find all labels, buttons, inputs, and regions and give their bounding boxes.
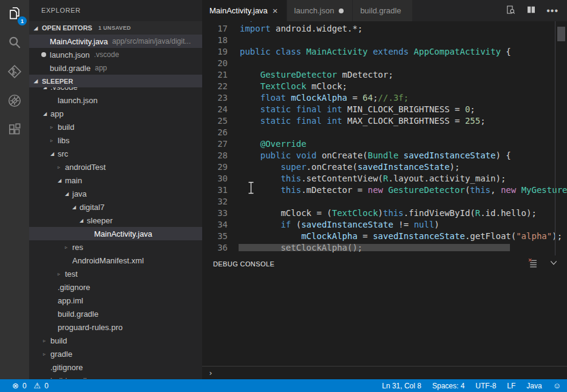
tree-item-digital7[interactable]: ◢digital7: [29, 200, 202, 214]
activity-source-control-button[interactable]: [0, 58, 29, 87]
project-section-header[interactable]: ◢ SLEEPER: [29, 75, 202, 87]
tab-launch.json[interactable]: launch.json: [287, 0, 353, 21]
split-editor-icon[interactable]: [526, 4, 537, 18]
chevron-collapsed-icon: ▹: [58, 164, 65, 170]
code-line[interactable]: 21 GestureDetector mDetector;: [202, 69, 567, 81]
code-line[interactable]: 25 static final int MAX_CLOCK_BRIGHTNESS…: [202, 115, 567, 127]
tree-item-libs[interactable]: ▹libs: [29, 133, 202, 147]
code-line[interactable]: 35 mClockAlpha = savedInstanceState.getF…: [202, 231, 567, 242]
status-language-mode[interactable]: Java: [526, 382, 542, 390]
status-cursor-position[interactable]: Ln 31, Col 8: [382, 382, 421, 390]
code-line[interactable]: 20: [202, 58, 567, 69]
tree-item-gradle[interactable]: ▹gradle: [29, 347, 202, 360]
tree-item-label: build.gradle: [58, 309, 98, 319]
tree-item-androidTest[interactable]: ▹androidTest: [29, 160, 202, 174]
line-content: static final int MAX_CLOCK_BRIGHTNESS = …: [240, 115, 486, 127]
open-editor-item[interactable]: launch.json.vscode: [29, 48, 202, 61]
activity-search-button[interactable]: [0, 29, 29, 58]
tree-item-label: digital7: [80, 203, 104, 212]
code-line[interactable]: 30 this.setContentView(R.layout.activity…: [202, 173, 567, 184]
problems-status[interactable]: ⊗ 0 ⚠ 0: [12, 381, 49, 390]
open-editors-header[interactable]: ◢ OPEN EDITORS 1 UNSAVED: [29, 21, 202, 35]
code-line[interactable]: 22 TextClock mClock;: [202, 81, 567, 92]
tab-label: MainActivity.java: [209, 6, 268, 15]
file-description: .vscode: [94, 50, 119, 59]
code-line[interactable]: 32: [202, 196, 567, 208]
tree-item-java[interactable]: ◢java: [29, 187, 202, 200]
code-line[interactable]: 31 this.mDetector = new GestureDetector(…: [202, 184, 567, 196]
scrollbar-thumb[interactable]: [557, 27, 565, 41]
tree-item-test[interactable]: ▹test: [29, 267, 202, 280]
tree-item-MainActivity.java[interactable]: MainActivity.java: [29, 227, 202, 240]
close-icon[interactable]: ×: [271, 5, 279, 16]
status-indentation[interactable]: Spaces: 4: [432, 382, 464, 390]
debug-console-input[interactable]: ›: [202, 366, 567, 379]
line-content: TextClock mClock;: [240, 81, 347, 92]
vertical-scrollbar[interactable]: [555, 21, 567, 255]
tree-item-.gitignore[interactable]: .gitignore: [29, 360, 202, 374]
tree-item-build.gradle[interactable]: build.gradle: [29, 374, 202, 379]
activity-explorer-button[interactable]: 1: [0, 0, 29, 29]
tree-item-launch.json[interactable]: launch.json: [29, 93, 202, 107]
tree-item-AndroidManifest.xml[interactable]: AndroidManifest.xml: [29, 254, 202, 267]
chevron-expanded-icon: ◢: [72, 204, 80, 210]
find-in-file-icon[interactable]: [505, 4, 516, 18]
tree-item-main[interactable]: ◢main: [29, 174, 202, 187]
line-content: public void onCreate(Bundle savedInstanc…: [240, 150, 511, 161]
code-line[interactable]: 24 static final int MIN_CLOCK_BRIGHTNESS…: [202, 104, 567, 115]
code-line[interactable]: 17import android.widget.*;: [202, 23, 567, 35]
open-editor-item[interactable]: MainActivity.javaapp/src/main/java/digit…: [29, 35, 202, 48]
tree-item-build.gradle[interactable]: build.gradle: [29, 307, 202, 320]
panel-title-debug-console[interactable]: DEBUG CONSOLE: [213, 260, 274, 268]
sidebar-title: EXPLORER: [29, 0, 202, 21]
tree-item-label: java: [72, 189, 87, 198]
file-description: app/src/main/java/digit...: [112, 37, 191, 46]
code-line[interactable]: 27 @Override: [202, 138, 567, 150]
chevron-down-icon[interactable]: [549, 258, 559, 270]
tree-item-src[interactable]: ◢src: [29, 147, 202, 160]
tree-item-build[interactable]: ▹build: [29, 334, 202, 347]
tree-item-res[interactable]: ▹res: [29, 240, 202, 254]
chevron-expanded-icon: ◢: [43, 87, 50, 90]
tree-item-build[interactable]: ▹build: [29, 120, 202, 133]
bug-disabled-icon: [7, 93, 22, 111]
status-eol[interactable]: LF: [507, 382, 515, 390]
tree-item-app.iml[interactable]: app.iml: [29, 294, 202, 307]
tree-item-proguard-rules.pro[interactable]: proguard-rules.pro: [29, 320, 202, 334]
code-line[interactable]: 28 public void onCreate(Bundle savedInst…: [202, 150, 567, 161]
tab-MainActivity.java[interactable]: MainActivity.java×: [202, 0, 287, 21]
line-number: 21: [202, 69, 228, 81]
code-line[interactable]: 23 float mClockAlpha = 64;//.3f;: [202, 92, 567, 104]
warning-count: 0: [44, 382, 49, 390]
open-editor-item[interactable]: build.gradleapp: [29, 61, 202, 75]
code-line[interactable]: 29 super.onCreate(savedInstanceState);: [202, 161, 567, 173]
clear-console-icon[interactable]: [528, 258, 538, 271]
tree-item-label: libs: [58, 136, 70, 145]
warning-icon: ⚠: [34, 381, 41, 390]
code-line[interactable]: 19public class MainActivity extends AppC…: [202, 46, 567, 58]
activity-debug-button[interactable]: [0, 87, 29, 117]
tree-item-sleeper[interactable]: ◢sleeper: [29, 214, 202, 227]
line-number: 25: [202, 115, 228, 127]
code-line[interactable]: 33 mClock = (TextClock)this.findViewById…: [202, 208, 567, 219]
tree-item-.vscode[interactable]: ◢.vscode: [29, 87, 202, 93]
tree-item-.gitignore[interactable]: .gitignore: [29, 280, 202, 294]
tab-build.gradle[interactable]: build.gradle: [353, 0, 412, 21]
status-encoding[interactable]: UTF-8: [475, 382, 496, 390]
horizontal-scrollbar[interactable]: [239, 244, 510, 251]
tree-item-app[interactable]: ◢app: [29, 107, 202, 120]
open-editors-list: MainActivity.javaapp/src/main/java/digit…: [29, 35, 202, 75]
line-number: 27: [202, 138, 228, 150]
activity-extensions-button[interactable]: [0, 117, 29, 146]
code-editor[interactable]: 16import android.view.GestureDetector;17…: [202, 21, 567, 255]
code-line[interactable]: 26: [202, 127, 567, 138]
code-line[interactable]: 34 if (savedInstanceState != null): [202, 219, 567, 231]
more-actions-icon[interactable]: •••: [546, 8, 559, 14]
feedback-smiley-icon[interactable]: ☺: [553, 381, 561, 390]
tree-item-label: build.gradle: [50, 376, 91, 379]
line-content: GestureDetector mDetector;: [240, 69, 393, 81]
dirty-dot-icon[interactable]: [339, 8, 344, 13]
code-line[interactable]: 18: [202, 35, 567, 46]
chevron-collapsed-icon: ▹: [43, 338, 50, 343]
vscode-window: 1: [0, 0, 567, 392]
